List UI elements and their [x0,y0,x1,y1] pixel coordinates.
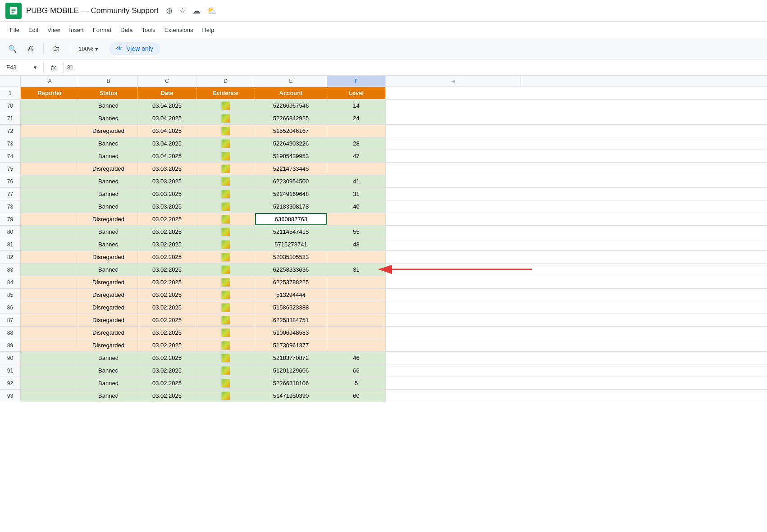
cell-d[interactable] [196,364,255,377]
cell-a[interactable] [21,289,79,301]
cell-a[interactable] [21,364,79,377]
cell-e[interactable]: 62258333636 [255,264,327,276]
cell-f[interactable]: 48 [327,238,386,250]
evidence-icon[interactable] [221,164,230,173]
cell-a[interactable] [21,163,79,175]
cell-f[interactable]: 28 [327,137,386,150]
cell-f[interactable] [327,276,386,288]
cell-c[interactable]: 03.02.2025 [138,213,196,225]
cell-f[interactable]: 14 [327,100,386,112]
cell-d[interactable] [196,200,255,213]
cell-d[interactable] [196,137,255,150]
cell-e[interactable]: 52266842925 [255,112,327,124]
cell-a[interactable] [21,264,79,276]
zoom-control[interactable]: 100% ▾ [75,44,102,54]
cell-b[interactable]: Banned [79,226,138,238]
cell-d[interactable] [196,188,255,200]
cell-a[interactable] [21,352,79,364]
col-header-a[interactable]: A [21,76,79,86]
cell-c[interactable]: 03.04.2025 [138,137,196,150]
cell-e[interactable]: 51006948583 [255,327,327,339]
evidence-icon[interactable] [221,379,230,388]
cell-a[interactable] [21,314,79,326]
evidence-icon[interactable] [221,291,230,300]
cell-b[interactable]: Banned [79,364,138,377]
cell-d[interactable] [196,314,255,326]
evidence-icon[interactable] [221,278,230,287]
cloud-move-icon[interactable]: ☁ [192,6,201,16]
menu-tools[interactable]: Tools [137,25,160,35]
evidence-icon[interactable] [221,328,230,337]
col-header-f[interactable]: F [327,76,386,86]
cell-e[interactable]: 52035105533 [255,251,327,263]
cell-b[interactable]: Banned [79,112,138,124]
cell-a[interactable] [21,226,79,238]
cell-c[interactable]: 03.03.2025 [138,200,196,213]
cell-e[interactable]: 51586323388 [255,301,327,314]
cell-e[interactable]: 52114547415 [255,226,327,238]
cell-d[interactable] [196,226,255,238]
cell-c[interactable]: 03.02.2025 [138,390,196,402]
evidence-icon[interactable] [221,253,230,262]
cell-b[interactable]: Banned [79,238,138,250]
cell-e[interactable]: 52266318106 [255,377,327,389]
col-f-header-cell[interactable]: Level [327,87,386,99]
cell-b[interactable]: Banned [79,377,138,389]
cell-c[interactable]: 03.04.2025 [138,112,196,124]
cell-c[interactable]: 03.02.2025 [138,226,196,238]
evidence-icon[interactable] [221,354,230,363]
cell-d[interactable] [196,112,255,124]
cell-d[interactable] [196,377,255,389]
cell-e[interactable]: 52264903226 [255,137,327,150]
cell-c[interactable]: 03.02.2025 [138,251,196,263]
cell-b[interactable]: Banned [79,200,138,213]
cell-a[interactable] [21,377,79,389]
evidence-icon[interactable] [221,227,230,236]
cell-f[interactable]: 40 [327,200,386,213]
cell-a[interactable] [21,125,79,137]
cell-d[interactable] [196,163,255,175]
cell-f[interactable]: 24 [327,112,386,124]
cell-c[interactable]: 03.04.2025 [138,100,196,112]
cell-a[interactable] [21,150,79,162]
cell-f[interactable]: 46 [327,352,386,364]
cell-b[interactable]: Disregarded [79,163,138,175]
cell-c[interactable]: 03.02.2025 [138,238,196,250]
cell-c[interactable]: 03.03.2025 [138,175,196,187]
menu-edit[interactable]: Edit [24,25,43,35]
cell-b[interactable]: Disregarded [79,301,138,314]
cell-e[interactable]: 62258384751 [255,314,327,326]
evidence-icon[interactable] [221,139,230,148]
cell-a[interactable] [21,112,79,124]
evidence-icon[interactable] [221,190,230,199]
cell-f[interactable] [327,339,386,351]
cell-a[interactable] [21,188,79,200]
format-paint-btn[interactable]: 🗂 [49,41,64,56]
cell-e[interactable]: 5715273741 [255,238,327,250]
cell-a[interactable] [21,339,79,351]
cell-b[interactable]: Disregarded [79,276,138,288]
cell-d[interactable] [196,339,255,351]
cell-c[interactable]: 03.04.2025 [138,125,196,137]
cell-a[interactable] [21,100,79,112]
cell-b[interactable]: Disregarded [79,251,138,263]
col-c-header-cell[interactable]: Date [138,87,196,99]
evidence-icon[interactable] [221,303,230,312]
evidence-icon[interactable] [221,341,230,350]
evidence-icon[interactable] [221,265,230,274]
cell-d[interactable] [196,213,255,225]
cell-a[interactable] [21,251,79,263]
cell-d[interactable] [196,327,255,339]
cell-c[interactable]: 03.02.2025 [138,364,196,377]
evidence-icon[interactable] [221,366,230,375]
col-header-b[interactable]: B [79,76,138,86]
cell-d[interactable] [196,289,255,301]
cell-e[interactable]: 52183308178 [255,200,327,213]
cell-f[interactable] [327,289,386,301]
cell-d[interactable] [196,276,255,288]
cell-d[interactable] [196,238,255,250]
cell-e[interactable]: 52249169648 [255,188,327,200]
cell-c[interactable]: 03.02.2025 [138,327,196,339]
col-d-header-cell[interactable]: Evidence [196,87,255,99]
cell-e[interactable]: 52183770872 [255,352,327,364]
